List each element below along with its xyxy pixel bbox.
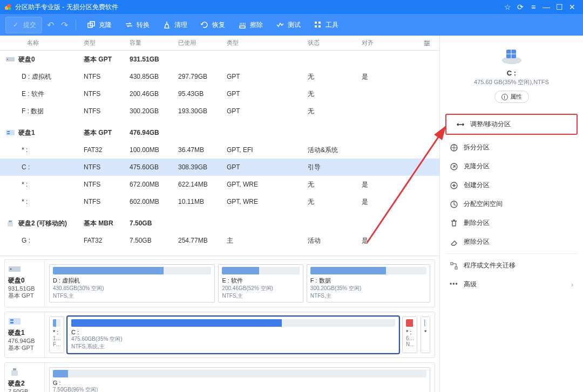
partition-box[interactable]: * : 100... FAT...: [49, 317, 64, 353]
chevron-right-icon: ›: [571, 281, 573, 288]
svg-point-14: [7, 59, 8, 60]
partition-box-selected[interactable]: C : 475.60GB(35% 空闲) NTFS,系统,主: [67, 317, 399, 353]
partition-box[interactable]: D : 虚拟机 430.85GB(30% 空闲) NTFS,主: [49, 264, 215, 302]
svg-point-11: [427, 42, 429, 44]
hdd-icon: [5, 56, 15, 63]
drive-icon: [500, 46, 524, 66]
op-migrate[interactable]: 程序或文件夹迁移: [440, 256, 583, 275]
star-icon[interactable]: ☆: [501, 1, 514, 13]
svg-rect-33: [451, 263, 453, 265]
col-ptype[interactable]: 类型: [227, 39, 308, 47]
partition-box[interactable]: E : 软件 200.46GB(52% 空闲) NTFS,主: [218, 264, 303, 302]
partition-row[interactable]: * : NTFS 602.00MB 10.11MB GPT, WRE 无 是: [0, 193, 439, 210]
svg-point-12: [426, 44, 428, 46]
refresh-icon[interactable]: ⟳: [514, 1, 527, 13]
svg-rect-16: [7, 131, 10, 132]
minimize-button[interactable]: —: [540, 1, 553, 13]
svg-rect-17: [7, 133, 10, 134]
col-capacity[interactable]: 容量: [130, 39, 178, 47]
svg-point-2: [8, 7, 11, 10]
redo-button[interactable]: ↷: [58, 19, 70, 31]
svg-point-21: [10, 269, 12, 270]
col-name[interactable]: 名称: [5, 39, 84, 47]
ssd-icon: [8, 317, 21, 326]
svg-rect-22: [9, 318, 21, 325]
partition-box[interactable]: * : 672... N...: [402, 317, 417, 353]
menu-icon[interactable]: ≡: [527, 1, 540, 13]
svg-rect-34: [455, 267, 457, 269]
undo-button[interactable]: ↶: [44, 19, 56, 31]
op-split[interactable]: 拆分分区: [440, 138, 583, 157]
toolbar-test[interactable]: 测试: [270, 17, 306, 33]
disk-card[interactable]: 硬盘2 7.50GB G : 7.50GB(96% 空闲): [4, 362, 435, 392]
test-icon: [276, 20, 284, 29]
trash-icon: [450, 219, 458, 228]
svg-rect-19: [8, 222, 13, 226]
recover-icon: [200, 20, 209, 29]
svg-rect-23: [10, 319, 13, 321]
submit-label: 提交: [23, 20, 36, 30]
col-used[interactable]: 已使用: [178, 39, 227, 47]
maximize-button[interactable]: ☐: [553, 1, 566, 13]
disk-row[interactable]: 硬盘2 (可移动的) 基本 MBR 7.50GB: [0, 215, 439, 232]
svg-rect-5: [240, 26, 245, 28]
selected-drive-name: C :: [445, 69, 578, 77]
partition-row[interactable]: E : 软件 NTFS 200.46GB 95.43GB GPT 无: [0, 85, 439, 102]
col-align[interactable]: 对齐: [362, 39, 405, 47]
op-resize-move[interactable]: 调整/移动分区: [445, 114, 578, 135]
partition-box[interactable]: * :: [421, 317, 430, 353]
toolbar-wipe[interactable]: 擦除: [233, 17, 268, 33]
toolbar-tools[interactable]: 工具: [308, 17, 344, 33]
op-create[interactable]: 创建分区: [440, 176, 583, 195]
op-advanced[interactable]: ••• 高级 ›: [440, 275, 583, 294]
svg-rect-6: [315, 22, 317, 24]
op-allocate[interactable]: 分配空闲空间: [440, 195, 583, 214]
submit-button[interactable]: ✓ 提交: [5, 17, 42, 33]
properties-button[interactable]: i 属性: [494, 91, 529, 103]
svg-rect-8: [315, 25, 317, 27]
toolbar-clone[interactable]: 克隆: [82, 17, 117, 33]
toolbar-clean[interactable]: 清理: [157, 17, 193, 33]
partition-row[interactable]: * : NTFS 672.00MB 622.14MB GPT, WRE 无 是: [0, 176, 439, 193]
app-logo-icon: [4, 3, 12, 11]
svg-rect-18: [9, 221, 12, 222]
ssd-icon: [5, 129, 15, 136]
table-header: 名称 类型 容量 已使用 类型 状态 对齐: [0, 36, 439, 51]
check-icon: ✓: [11, 20, 20, 29]
separator: [446, 253, 577, 254]
info-icon: i: [501, 94, 508, 100]
eraser-icon: [450, 238, 458, 246]
tools-icon: [314, 20, 322, 29]
toolbar-recover[interactable]: 恢复: [195, 17, 231, 33]
svg-rect-24: [10, 322, 13, 324]
convert-icon: [125, 20, 133, 29]
partition-row[interactable]: F : 数据 NTFS 300.20GB 193.30GB GPT 无: [0, 102, 439, 120]
col-status[interactable]: 状态: [308, 39, 362, 47]
close-button[interactable]: ✕: [566, 1, 579, 13]
hdd-icon: [8, 264, 21, 274]
resize-icon: [456, 120, 465, 129]
op-wipe[interactable]: 擦除分区: [440, 232, 583, 251]
disk-card-info: 硬盘2 7.50GB: [5, 363, 45, 392]
svg-rect-26: [11, 370, 18, 376]
col-type[interactable]: 类型: [84, 39, 130, 47]
partition-box[interactable]: F : 数据 300.20GB(35% 空闲) NTFS,主: [307, 264, 430, 302]
disk-row[interactable]: 硬盘0 基本 GPT 931.51GB: [0, 51, 439, 68]
op-clone[interactable]: 克隆分区: [440, 157, 583, 176]
disk-row[interactable]: 硬盘1 基本 GPT 476.94GB: [0, 124, 439, 141]
partition-row-selected[interactable]: C : NTFS 475.60GB 308.39GB GPT 引导: [0, 159, 439, 176]
toolbar-separator: [76, 19, 76, 30]
partition-box[interactable]: G : 7.50GB(96% 空闲): [49, 367, 430, 392]
toolbar-convert[interactable]: 转换: [119, 17, 155, 33]
partition-row[interactable]: * : FAT32 100.00MB 36.47MB GPT, EFI 活动&系…: [0, 141, 439, 159]
op-delete[interactable]: 删除分区: [440, 214, 583, 232]
disk-card[interactable]: 硬盘0 931.51GB 基本 GPT D : 虚拟机 430.85GB(30%…: [4, 259, 435, 307]
partition-row[interactable]: G : FAT32 7.50GB 254.77MB 主 活动 是: [0, 232, 439, 249]
svg-rect-9: [318, 25, 321, 27]
usb-icon: [5, 219, 15, 227]
allocate-icon: [450, 200, 458, 209]
partition-row[interactable]: D : 虚拟机 NTFS 430.85GB 297.79GB GPT 无 是: [0, 68, 439, 85]
disk-card[interactable]: 硬盘1 476.94GB 基本 GPT * : 100... FAT... C …: [4, 312, 435, 358]
column-settings-icon[interactable]: [423, 39, 434, 47]
svg-rect-25: [13, 368, 16, 370]
